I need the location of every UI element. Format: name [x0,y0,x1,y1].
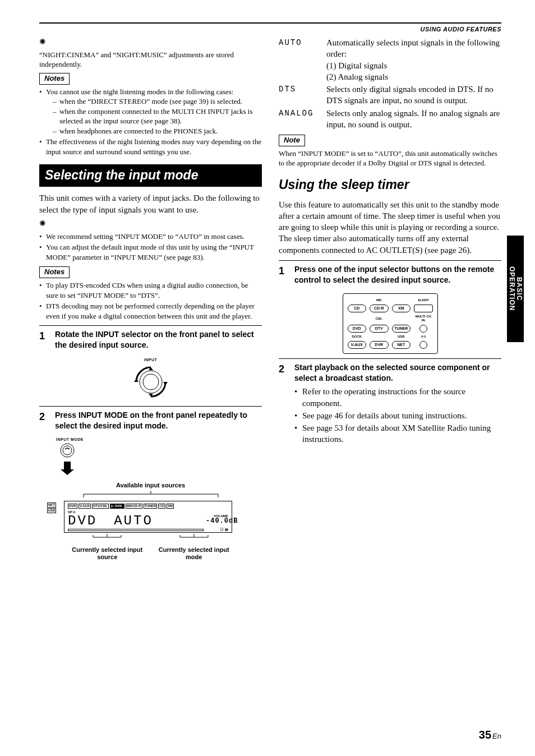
remote-label-md: MD [370,298,389,302]
push-button-icon [56,442,262,462]
src-usb: USB [47,508,57,513]
rotary-knob-icon [39,362,262,402]
svg-marker-3 [163,382,168,385]
bracket-up-icon [177,534,211,542]
mode-analog-label: ANALOG [279,108,326,131]
remote-control-figure: MD SLEEP CD CD-R XM CBL MULTI CH IN DVD … [343,293,438,354]
bullet-refer-instructions: Refer to the operating instructions for … [294,386,501,409]
note-multi-ch: when the component connected to the MULT… [53,107,262,126]
svg-marker-7 [61,469,74,475]
right-column: AUTO Automatically selects input signals… [279,37,501,561]
remote-btn-net[interactable]: NET [392,341,411,349]
note-cannot-use-text: You cannot use the night listening modes… [46,87,233,96]
src-dvr: DVR [68,504,77,509]
note-dts-decoding: DTS decoding may not be performed correc… [39,301,262,321]
down-arrow-icon [56,462,262,478]
note-label: Note [279,135,305,146]
remote-label-cbl: CBL [370,317,389,321]
top-rule [39,22,501,24]
input-knob-figure: INPUT [39,357,262,402]
src-dvd-active: ▷DVD [110,504,124,509]
remote-btn-multi-ch[interactable] [419,325,427,333]
remote-btn-dtv[interactable]: DTV [370,325,389,333]
remote-btn-extra[interactable] [419,341,427,349]
intro-sleep-timer: Use this feature to automatically set th… [279,199,501,256]
notes-list-2: To play DTS-encoded CDs when using a dig… [39,280,262,321]
sleep-step-2-bullets: Refer to the operating instructions for … [294,386,501,445]
volume-value: -40.0dB [206,518,228,524]
intro-input-mode: This unit comes with a variety of input … [39,192,262,215]
remote-btn-dvd[interactable]: DVD [348,325,367,333]
mode-analog-desc: Selects only analog signals. If no analo… [326,108,501,131]
src-cd: CD [158,504,165,509]
display-mode: AUTO [114,514,153,528]
mode-dts-desc: Selects only digital signals encoded in … [326,84,501,107]
left-column: ✺ “NIGHT:CINEMA” and “NIGHT:MUSIC” adjus… [39,37,262,561]
tip-icon: ✺ [39,219,46,229]
src-dtvcbl: DTV/CBL [92,504,109,509]
src-vaux: V-AUX [79,504,91,509]
src-xm: XM [167,504,174,509]
remote-btn-cdr[interactable]: CD-R [370,305,389,312]
caption-source: Currently selected input source [64,546,151,561]
page: USING AUDIO FEATURES ✺ “NIGHT:CINEMA” an… [0,0,535,756]
display-source: DVD [68,514,97,528]
page-number-suffix: En [492,732,501,740]
sleep-step-1: 1 Press one of the input selector button… [279,260,501,285]
bracket-up-icon [90,534,124,542]
heading-selecting-input-mode: Selecting the input mode [39,164,262,187]
step-1-text: Rotate the INPUT selector on the front p… [55,329,262,351]
tip-night-modes: “NIGHT:CINEMA” and “NIGHT:MUSIC” adjustm… [39,50,262,70]
src-net: NET [47,503,56,508]
mode-analog: ANALOG Selects only analog signals. If n… [279,108,501,131]
sleep-step-1-number: 1 [279,264,294,278]
bullet-page-53: See page 53 for details about XM Satelli… [294,422,501,445]
remote-label-usb: USB [392,335,411,339]
two-column-layout: ✺ “NIGHT:CINEMA” and “NIGHT:MUSIC” adjus… [39,37,501,561]
remote-label-sleep: SLEEP [414,298,433,302]
page-number-value: 35 [479,729,491,741]
step-2-number: 2 [39,410,55,423]
remote-btn-dvr[interactable]: DVR [370,341,389,349]
remote-label-multi: MULTI CH IN [414,315,433,322]
note-direct-stereo: when the “DIRECT STEREO” mode (see page … [53,96,262,107]
tip-recommend-auto: We recommend setting “INPUT MODE” to “AU… [39,232,262,242]
input-mode-figure: INPUT MODE [39,437,262,561]
input-mode-button-label: INPUT MODE [56,437,262,442]
heading-sleep-timer: Using the sleep timer [279,176,501,193]
note-subcases: when the “DIRECT STEREO” mode (see page … [46,96,262,136]
source-indicator-bar: DVR V-AUX DTV/CBL ▷DVD MD/CD-R TUNER CD … [68,504,204,509]
front-display: DVR V-AUX DTV/CBL ▷DVD MD/CD-R TUNER CD … [64,501,232,533]
available-sources-label: Available input sources [39,481,262,490]
remote-btn-vaux[interactable]: V-AUX [348,341,367,349]
remote-btn-cd[interactable]: CD [348,305,367,312]
src-tuner: TUNER [144,504,158,509]
sleep-step-2: 2 Start playback on the selected source … [279,358,501,446]
step-2-text: Press INPUT MODE on the front panel repe… [55,410,262,431]
display-captions: Currently selected input source Currentl… [39,546,262,561]
src-mdcdr: MD/CD-R [126,504,142,509]
notes-list-1: You cannot use the night listening modes… [39,87,262,157]
input-knob-label: INPUT [39,357,262,362]
notes-label: Notes [39,266,70,278]
sleep-step-2-text: Start playback on the selected source co… [294,362,501,384]
note-headphones: when headphones are connected to the PHO… [53,126,262,136]
step-1-number: 1 [39,329,55,343]
remote-btn-xm[interactable]: XM [392,305,411,312]
mode-auto-desc: Automatically selects input signals in t… [326,37,501,82]
side-tab-line2: OPERATION [508,266,516,311]
svg-marker-2 [134,379,139,382]
svg-point-5 [63,446,72,455]
remote-btn-sleep[interactable] [414,305,433,312]
tips-list: We recommend setting “INPUT MODE” to “AU… [39,232,262,262]
mode-dts: DTS Selects only digital signals encoded… [279,84,501,107]
mode-auto: AUTO Automatically selects input signals… [279,37,501,82]
side-tab-line1: BASIC [515,277,523,301]
mode-auto-sub2: (2) Analog signals [326,72,388,81]
note-dts-cds: To play DTS-encoded CDs when using a dig… [39,280,262,300]
tip-adjust-default: You can adjust the default input mode of… [39,242,262,262]
side-tab-basic-operation: BASICOPERATION [507,236,524,342]
step-1: 1 Rotate the INPUT selector on the front… [39,325,262,351]
remote-btn-tuner[interactable]: TUNER [392,325,411,333]
svg-point-1 [143,374,159,390]
